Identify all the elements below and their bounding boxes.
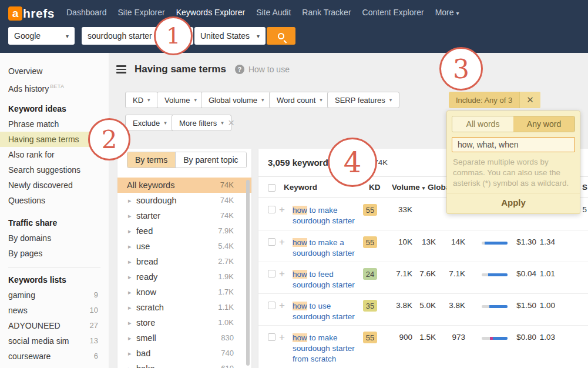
column-keyword[interactable]: Keyword <box>284 183 317 192</box>
tab-all-words[interactable]: All words <box>452 116 513 132</box>
keyword-link[interactable]: how to make a sourdough starter <box>293 237 365 259</box>
row-checkbox[interactable] <box>268 238 275 246</box>
column-sf[interactable]: S <box>582 183 587 192</box>
filter-exclude-button[interactable]: Exclude▾ <box>125 115 174 131</box>
table-row[interactable]: + how to make a sourdough starter 55 10K… <box>258 230 588 262</box>
tree-scrollbar[interactable] <box>246 180 250 366</box>
keyword-link[interactable]: how to make sourdough starter <box>293 205 365 226</box>
expand-arrow-icon[interactable]: ▸ <box>128 208 132 223</box>
row-checkbox[interactable] <box>268 302 275 309</box>
expand-arrow-icon[interactable]: ▸ <box>128 193 132 208</box>
expand-arrow-icon[interactable]: ▸ <box>128 315 132 330</box>
expand-arrow-icon[interactable]: ▸ <box>128 254 132 269</box>
keyword-link[interactable]: how to feed sourdough starter <box>293 269 365 290</box>
tree-row[interactable]: ▸scratch1.1K <box>117 300 251 315</box>
ahrefs-logo[interactable]: a hrefs <box>8 6 55 21</box>
filter-kd-button[interactable]: KD▾ <box>125 92 158 108</box>
search-icon <box>278 33 284 39</box>
nav-site-audit[interactable]: Site Audit <box>256 8 291 17</box>
nav-site-explorer[interactable]: Site Explorer <box>118 8 165 17</box>
help-icon[interactable]: ? <box>235 65 244 74</box>
expand-arrow-icon[interactable]: ▸ <box>128 361 132 368</box>
expand-arrow-icon[interactable]: ▸ <box>128 285 132 300</box>
terms-tree-list: All keywords 74K ▸sourdough74K ▸starter7… <box>117 178 251 368</box>
include-filter-button[interactable]: Include: Any of 3 ✕ <box>449 92 540 108</box>
nav-content-explorer[interactable]: Content Explorer <box>362 8 424 17</box>
sidebar-item-ads-history[interactable]: Ads historyBETA <box>0 79 109 94</box>
row-checkbox[interactable] <box>268 206 275 213</box>
nav-dashboard[interactable]: Dashboard <box>66 8 107 17</box>
tree-row[interactable]: ▸smell830 <box>117 330 251 346</box>
sidebar-item-by-domains[interactable]: By domains <box>0 230 109 246</box>
nav-keywords-explorer[interactable]: Keywords Explorer <box>176 8 246 17</box>
tree-row[interactable]: ▸bread2.7K <box>117 254 251 269</box>
tree-row-all-keywords[interactable]: All keywords 74K <box>117 178 251 193</box>
apply-button[interactable]: Apply <box>447 198 580 208</box>
add-to-list-icon[interactable]: + <box>279 236 285 248</box>
nav-more[interactable]: More▾ <box>435 8 459 17</box>
search-engine-select[interactable]: Google▾ <box>8 27 75 45</box>
search-button[interactable] <box>267 27 295 45</box>
keyword-link[interactable]: how to use sourdough starter <box>293 301 365 322</box>
sidebar-item-search-suggestions[interactable]: Search suggestions <box>0 162 109 178</box>
add-to-list-icon[interactable]: + <box>279 268 285 280</box>
expand-arrow-icon[interactable]: ▸ <box>128 223 132 239</box>
sidebar-item-by-pages[interactable]: By pages <box>0 246 109 261</box>
tree-row[interactable]: ▸know1.7K <box>117 285 251 300</box>
table-row[interactable]: + how to use sourdough starter 35 3.8K 5… <box>258 294 588 326</box>
sidebar-item-list-news[interactable]: news10 <box>0 303 109 318</box>
remove-include-filter-icon[interactable]: ✕ <box>519 92 540 108</box>
include-words-input[interactable] <box>452 137 575 152</box>
expand-arrow-icon[interactable]: ▸ <box>128 269 132 285</box>
tree-row[interactable]: ▸ready1.9K <box>117 269 251 285</box>
sidebar-item-list-courseware[interactable]: courseware6 <box>0 349 109 364</box>
column-volume[interactable]: Volume▾ <box>392 183 425 192</box>
tab-by-parent-topic[interactable]: By parent topic <box>175 152 246 168</box>
country-select[interactable]: United States▾ <box>194 27 266 45</box>
nav-rank-tracker[interactable]: Rank Tracker <box>302 8 351 17</box>
tree-row[interactable]: ▸bake610 <box>117 361 251 368</box>
tree-row[interactable]: ▸use5.4K <box>117 239 251 254</box>
tree-row[interactable]: ▸sourdough74K <box>117 193 251 208</box>
filter-more-filters-button[interactable]: More filters▾ <box>172 115 231 131</box>
add-to-list-icon[interactable]: + <box>279 300 285 312</box>
row-checkbox[interactable] <box>268 270 275 277</box>
sidebar-item-newly-discovered[interactable]: Newly discovered <box>0 178 109 193</box>
tree-row[interactable]: ▸starter74K <box>117 208 251 223</box>
tree-row[interactable]: ▸bad740 <box>117 346 251 361</box>
tree-count: 5.4K <box>218 239 234 254</box>
kd-badge: 35 <box>363 300 377 312</box>
sidebar-item-overview[interactable]: Overview <box>0 63 109 79</box>
filter-word-count-button[interactable]: Word count▾ <box>269 92 330 108</box>
expand-arrow-icon[interactable]: ▸ <box>128 239 132 254</box>
how-to-use-link[interactable]: How to use <box>248 65 290 74</box>
tree-row[interactable]: ▸store1.0K <box>117 315 251 330</box>
filter-volume-button[interactable]: Volume▾ <box>157 92 204 108</box>
expand-arrow-icon[interactable]: ▸ <box>128 330 132 346</box>
table-row[interactable]: + how to make sourdough starter from scr… <box>258 326 588 368</box>
add-to-list-icon[interactable]: + <box>279 204 285 216</box>
sidebar-item-list-adyouneed[interactable]: ADYOUNEED27 <box>0 318 109 333</box>
list-count: 27 <box>90 318 98 333</box>
keyword-link[interactable]: how to make sourdough starter from scrat… <box>293 333 365 364</box>
select-all-checkbox[interactable] <box>268 184 275 192</box>
filter-serp-features-button[interactable]: SERP features▾ <box>327 92 399 108</box>
clear-filters-icon[interactable]: × <box>228 116 234 129</box>
row-checkbox[interactable] <box>268 333 275 341</box>
expand-arrow-icon[interactable]: ▸ <box>128 346 132 361</box>
sidebar-item-having-same-terms[interactable]: Having same terms <box>0 132 96 147</box>
collapse-sidebar-icon[interactable] <box>116 63 126 75</box>
page-title: Having same terms <box>135 63 226 75</box>
tab-by-terms[interactable]: By terms <box>127 152 175 168</box>
sidebar-item-list-gaming[interactable]: gaming9 <box>0 287 109 303</box>
highlighted-term: how <box>293 333 307 342</box>
add-to-list-icon[interactable]: + <box>279 332 285 343</box>
tree-row[interactable]: ▸feed7.9K <box>117 223 251 239</box>
sidebar-item-questions[interactable]: Questions <box>0 193 109 208</box>
sidebar-item-list-social-media-sim[interactable]: social media sim13 <box>0 333 109 349</box>
expand-arrow-icon[interactable]: ▸ <box>128 300 132 315</box>
filter-global-volume-button[interactable]: Global volume▾ <box>201 92 272 108</box>
column-kd[interactable]: KD <box>369 183 381 192</box>
table-row[interactable]: + how to feed sourdough starter 24 7.1K … <box>258 262 588 294</box>
tab-any-word[interactable]: Any word <box>513 116 574 132</box>
